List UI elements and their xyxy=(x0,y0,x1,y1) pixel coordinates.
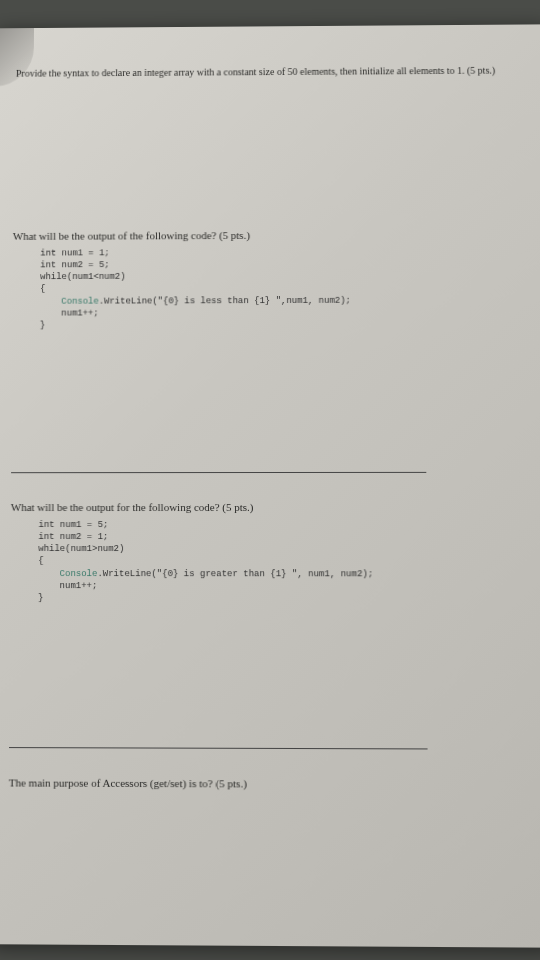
question-4: The main purpose of Accessors (get/set) … xyxy=(9,776,534,790)
code-line: .WriteLine("{0} is greater than {1} ", n… xyxy=(97,569,373,579)
code-line: int num2 = 5; xyxy=(40,260,109,270)
answer-space-3 xyxy=(9,632,533,724)
divider-1 xyxy=(11,472,426,473)
code-line: while(num1>num2) xyxy=(38,544,124,554)
answer-space-2 xyxy=(11,358,530,448)
question-2-text: What will be the output of the following… xyxy=(13,228,529,242)
code-line: } xyxy=(38,593,43,603)
code-line: while(num1<num2) xyxy=(40,272,125,282)
code-line: { xyxy=(38,556,43,566)
code-console-keyword: Console xyxy=(40,296,99,306)
code-line: num1++; xyxy=(40,308,99,318)
code-line: int num1 = 5; xyxy=(38,520,108,530)
question-3-code: int num1 = 5; int num2 = 1; while(num1>n… xyxy=(38,519,532,605)
question-3: What will be the output for the followin… xyxy=(10,501,532,605)
question-4-text: The main purpose of Accessors (get/set) … xyxy=(9,776,534,790)
question-3-text: What will be the output for the followin… xyxy=(11,501,531,513)
code-line: int num1 = 1; xyxy=(40,248,109,258)
code-console-keyword: Console xyxy=(38,569,97,579)
code-line: .WriteLine("{0} is less than {1} ",num1,… xyxy=(99,295,351,306)
answer-space-1 xyxy=(13,105,529,230)
divider-2 xyxy=(9,747,428,749)
question-2-code: int num1 = 1; int num2 = 5; while(num1<n… xyxy=(40,246,530,332)
exam-paper: Provide the syntax to declare an integer… xyxy=(0,24,540,947)
question-1-text: Provide the syntax to declare an integer… xyxy=(16,64,528,81)
question-2: What will be the output of the following… xyxy=(12,228,530,332)
code-line: num1++; xyxy=(38,581,97,591)
question-1: Provide the syntax to declare an integer… xyxy=(14,64,528,81)
code-line: { xyxy=(40,284,45,294)
code-line: int num2 = 1; xyxy=(38,532,108,542)
code-line: } xyxy=(40,320,45,330)
